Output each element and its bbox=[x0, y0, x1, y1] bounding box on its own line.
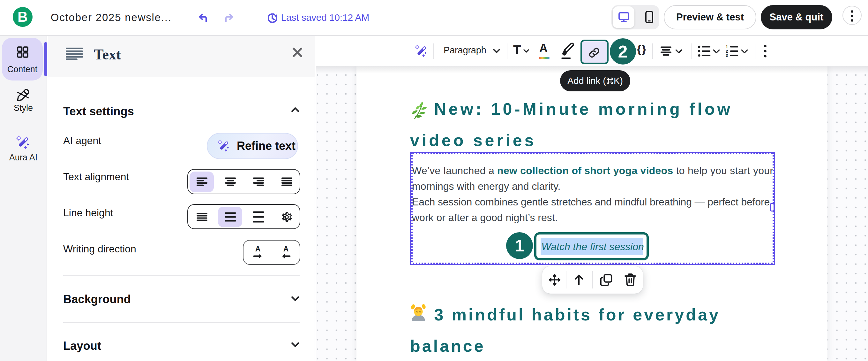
svg-text:3: 3 bbox=[726, 53, 728, 57]
svg-text:A: A bbox=[283, 245, 289, 253]
svg-text:A: A bbox=[255, 245, 261, 253]
